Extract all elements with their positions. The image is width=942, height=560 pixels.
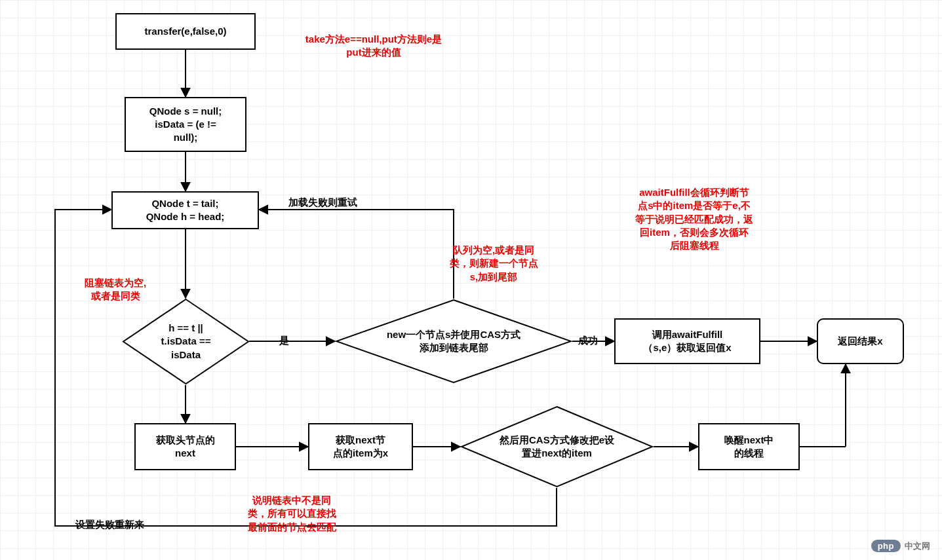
edge-label-fail-restart: 设置失败重新来 [75,519,144,531]
node-return-x: 返回结果x [817,318,904,364]
edge-label-success: 成功 [578,335,598,347]
logo-text: 中文网 [905,540,930,552]
watermark-logo: php 中文网 [871,540,930,552]
node-label: 获取头节点的 next [156,434,215,460]
logo-pill: php [871,540,901,552]
node-label: transfer(e,false,0) [144,25,226,38]
node-get-next-item: 获取next节 点的item为x [308,423,413,470]
decision-label: 然后用CAS方式修改把e设 置进next的item [490,434,623,460]
node-transfer: transfer(e,false,0) [115,13,256,50]
flowchart-canvas: transfer(e,false,0) QNode s = null; isDa… [0,0,942,560]
decision-same-type: h == t || t.isData == isData [122,298,250,385]
annotation-take-put: take方法e==null,put方法则e是 put进来的值 [282,33,465,60]
decision-label: h == t || t.isData == isData [152,322,220,362]
annotation-not-same-type: 说明链表中不是同 类，所有可以直接找 最前面的节点去匹配 [226,494,357,534]
node-get-head-next: 获取头节点的 next [134,423,236,470]
edge-label-retry: 加载失败则重试 [288,196,357,209]
node-label: 调用awaitFulfill （s,e）获取返回值x [643,328,731,355]
annotation-empty-or-same: 阻塞链表为空, 或者是同类 [69,276,161,303]
annotation-new-node: 队列为空,或者是同 类，则新建一个节点 s,加到尾部 [428,244,559,284]
node-label: QNode s = null; isData = (e != null); [149,105,222,145]
node-label: QNode t = tail; QNode h = head; [146,197,225,224]
node-label: 获取next节 点的item为x [333,434,388,460]
decision-cas-append: new一个节点s并使用CAS方式 添加到链表尾部 [335,299,572,384]
node-label: 返回结果x [838,335,882,348]
annotation-await-fulfill: awaitFulfill会循环判断节 点s中的item是否等于e,不 等于说明已… [610,186,778,252]
node-get-tail-head: QNode t = tail; QNode h = head; [111,191,259,229]
decision-label: new一个节点s并使用CAS方式 添加到链表尾部 [378,328,530,355]
edge-label-yes: 是 [279,335,289,347]
decision-cas-set-item: 然后用CAS方式修改把e设 置进next的item [460,405,654,488]
node-wakeup-next: 唤醒next中 的线程 [698,423,800,470]
node-init-vars: QNode s = null; isData = (e != null); [125,97,246,152]
node-label: 唤醒next中 的线程 [724,434,774,460]
node-await-fulfill: 调用awaitFulfill （s,e）获取返回值x [614,318,760,364]
